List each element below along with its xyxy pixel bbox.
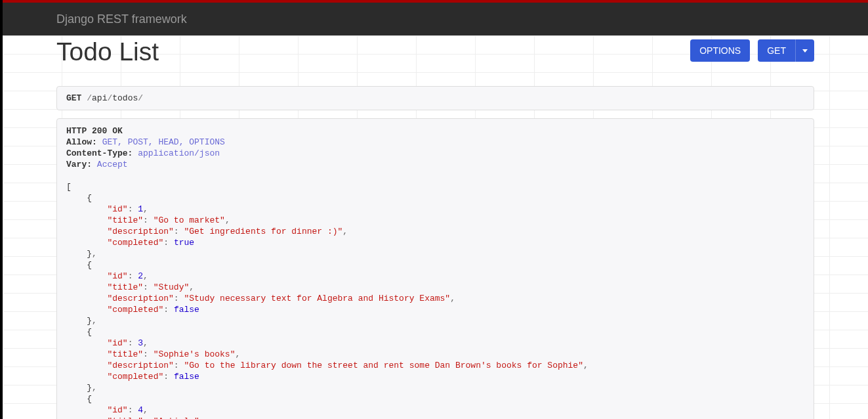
navbar-brand-link[interactable]: Django REST framework	[56, 12, 187, 26]
page-title: Todo List	[56, 35, 159, 69]
response-body: HTTP 200 OK Allow: GET, POST, HEAD, OPTI…	[66, 125, 804, 419]
chevron-down-icon	[802, 49, 808, 53]
page-body: Todo List OPTIONS GET GET /api/todos/ HT…	[3, 35, 868, 419]
options-button[interactable]: OPTIONS	[690, 39, 750, 62]
navbar: Django REST framework	[3, 3, 868, 35]
response-panel: HTTP 200 OK Allow: GET, POST, HEAD, OPTI…	[56, 118, 814, 419]
request-line: GET /api/todos/	[66, 93, 804, 103]
get-button[interactable]: GET	[758, 39, 795, 62]
get-button-split: GET	[758, 39, 814, 62]
action-button-group: OPTIONS GET	[690, 39, 814, 62]
request-panel: GET /api/todos/	[56, 86, 814, 110]
get-dropdown-toggle[interactable]	[795, 39, 814, 62]
